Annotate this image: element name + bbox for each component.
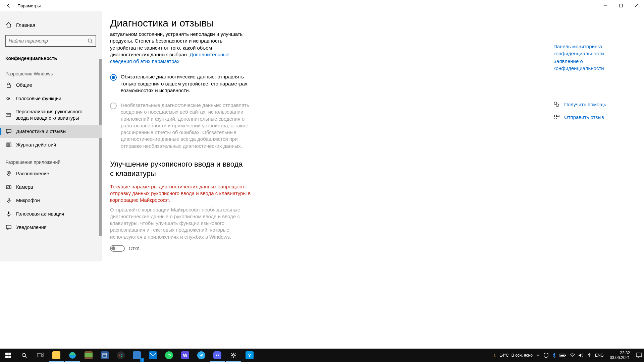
sidebar-item-inking[interactable]: Персонализация рукописного ввода и ввода… [0, 105, 102, 125]
svg-rect-23 [8, 353, 11, 355]
sidebar-item-activity[interactable]: Журнал действий [0, 138, 102, 152]
svg-point-26 [22, 353, 25, 357]
ink-warning: Текущие параметры диагностических данных… [110, 183, 251, 204]
whatsapp-icon [165, 351, 173, 359]
home-label: Главная [16, 22, 35, 28]
whatsapp-app[interactable] [161, 349, 177, 362]
sidebar-item-label: Общие [16, 82, 32, 88]
svg-point-39 [218, 355, 219, 356]
window-title: Параметры [17, 3, 41, 8]
svg-rect-25 [8, 356, 11, 358]
wps-app[interactable]: W [177, 349, 193, 362]
edge-app[interactable] [64, 349, 80, 362]
minimize-button[interactable] [598, 0, 613, 11]
svg-rect-32 [103, 353, 107, 357]
svg-rect-42 [565, 355, 566, 356]
svg-point-14 [8, 186, 10, 188]
tray-chevron-up-icon[interactable] [536, 353, 540, 357]
sidebar-item-notifications[interactable]: Уведомления [0, 221, 102, 234]
svg-rect-22 [5, 353, 8, 355]
radio-button-icon [110, 103, 117, 109]
file-app[interactable]: 2 [129, 349, 145, 362]
sidebar-item-voice[interactable]: Голосовые функции [0, 92, 102, 105]
privacy-statement-link[interactable]: Заявление о конфиденциальности [553, 58, 631, 72]
gear-icon [229, 351, 237, 359]
sidebar-item-label: Уведомления [16, 225, 47, 230]
explorer-app[interactable] [48, 349, 64, 362]
home-button[interactable]: Главная [0, 18, 102, 32]
svg-rect-15 [8, 198, 9, 201]
location-icon [5, 170, 12, 177]
start-button[interactable] [0, 349, 16, 362]
maximize-button[interactable] [613, 0, 629, 11]
ink-toggle[interactable] [110, 245, 125, 252]
search-box[interactable] [5, 35, 96, 47]
svg-point-38 [216, 355, 217, 356]
svg-rect-16 [8, 212, 9, 214]
settings-app[interactable] [225, 349, 241, 362]
date-label: 03.06.2021 [610, 355, 630, 360]
get-help-link[interactable]: Получить помощь [553, 101, 631, 107]
sidebar-item-diagnostics[interactable]: Диагностика и отзывы [0, 125, 102, 138]
mail-app[interactable] [145, 349, 161, 362]
resolve-icon [117, 351, 125, 359]
wifi-icon[interactable] [570, 353, 575, 358]
windows-icon [4, 351, 12, 359]
svg-rect-17 [6, 225, 11, 229]
keyboard-icon [5, 112, 11, 118]
svg-rect-30 [42, 355, 43, 356]
content-area: Диагностика и отзывы актуальном состояни… [102, 11, 644, 261]
weather-widget[interactable]: ☾ 14°C В осн. ясно [493, 353, 533, 358]
close-button[interactable] [629, 0, 644, 11]
language-indicator[interactable]: ENG [595, 353, 604, 358]
feedback-icon [5, 128, 12, 135]
help-app[interactable]: ? [241, 349, 258, 362]
svg-point-40 [232, 354, 234, 356]
calculator-icon [101, 351, 109, 359]
related-links: Панель мониторинга конфиденциальности За… [553, 43, 631, 120]
resolve-app[interactable] [113, 349, 129, 362]
voice-icon [5, 95, 12, 102]
sidebar-item-camera[interactable]: Камера [0, 180, 102, 194]
security-icon[interactable] [543, 353, 549, 358]
back-button[interactable] [3, 0, 15, 11]
send-feedback-link[interactable]: Отправить отзыв [553, 114, 631, 120]
weather-text: В осн. ясно [512, 353, 533, 358]
minecraft-app[interactable] [80, 349, 97, 362]
svg-point-5 [7, 98, 9, 100]
badge-count: 2 [140, 358, 144, 362]
discord-app[interactable] [209, 349, 225, 362]
page-title: Диагностика и отзывы [110, 17, 631, 29]
sidebar-item-general[interactable]: Общие [0, 78, 102, 92]
svg-point-12 [8, 172, 9, 174]
sidebar-item-label: Диагностика и отзывы [16, 129, 66, 134]
svg-rect-1 [620, 4, 623, 7]
lock-icon [5, 82, 12, 88]
volume-icon[interactable] [578, 353, 584, 358]
telegram-app[interactable] [193, 349, 209, 362]
sidebar-item-voice-activation[interactable]: Голосовая активация [0, 207, 102, 221]
radio-optional-data[interactable]: Необязательные диагностические данные: о… [110, 102, 251, 149]
calculator-app[interactable] [97, 349, 113, 362]
search-button[interactable] [16, 349, 32, 362]
action-center-icon[interactable] [636, 353, 642, 358]
search-input[interactable] [9, 38, 88, 44]
sidebar-item-label: Расположение [16, 171, 49, 176]
svg-rect-11 [10, 143, 11, 147]
svg-point-35 [121, 354, 122, 355]
usb-icon[interactable] [587, 353, 592, 358]
sidebar: Главная Конфиденциальность Разрешения Wi… [0, 11, 102, 261]
radio-required-data[interactable]: Обязательные диагностические данные: отп… [110, 73, 251, 94]
bluetooth-icon[interactable] [552, 353, 556, 358]
sidebar-item-label: Камера [16, 184, 33, 190]
sidebar-item-location[interactable]: Расположение [0, 167, 102, 180]
svg-rect-9 [7, 143, 8, 147]
sidebar-item-microphone[interactable]: Микрофон [0, 194, 102, 207]
history-icon [5, 141, 12, 148]
group-header-windows: Разрешения Windows [0, 63, 102, 78]
clock[interactable]: 22:32 03.06.2021 [607, 351, 633, 360]
battery-icon[interactable] [559, 353, 566, 357]
taskview-button[interactable] [32, 349, 48, 362]
sidebar-scrollbar[interactable] [99, 59, 102, 236]
privacy-dashboard-link[interactable]: Панель мониторинга конфиденциальности [553, 43, 631, 57]
